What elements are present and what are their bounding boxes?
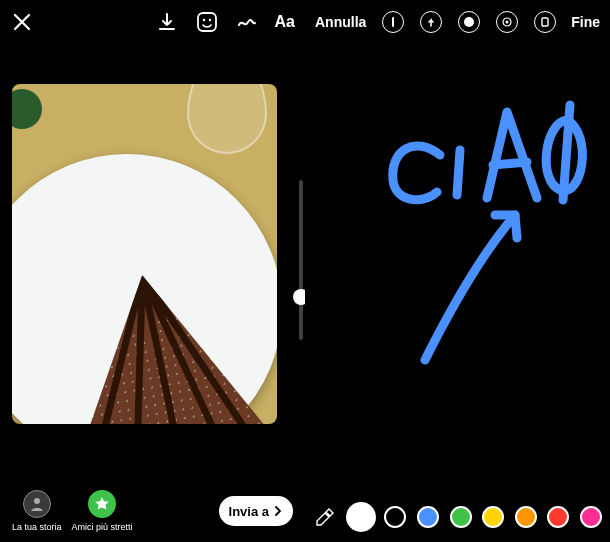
pen-tool-2-icon[interactable]: [420, 11, 442, 33]
brush-size-slider[interactable]: [299, 180, 303, 340]
color-swatch-yellow[interactable]: [482, 506, 504, 528]
download-icon[interactable]: [155, 10, 179, 34]
story-photo[interactable]: [12, 84, 277, 424]
color-swatch-pink[interactable]: [580, 506, 602, 528]
svg-point-1: [202, 19, 204, 21]
right-toolbar: Annulla Fine: [305, 0, 610, 44]
eyedropper-icon[interactable]: [313, 505, 337, 529]
draw-icon[interactable]: [235, 10, 259, 34]
close-icon[interactable]: [10, 10, 34, 34]
svg-point-2: [208, 19, 210, 21]
done-button[interactable]: Fine: [571, 14, 600, 30]
drawing-panel: Annulla Fine: [305, 0, 610, 542]
color-swatch-white[interactable]: [348, 504, 374, 530]
color-swatch-red[interactable]: [547, 506, 569, 528]
svg-point-3: [34, 498, 40, 504]
cancel-button[interactable]: Annulla: [315, 14, 366, 30]
color-swatch-blue[interactable]: [417, 506, 439, 528]
pen-tool-3-icon[interactable]: [458, 11, 480, 33]
close-friends-label: Amici più stretti: [72, 522, 133, 532]
color-palette: [313, 504, 602, 530]
left-toolbar: Aa: [0, 0, 305, 44]
avatar-icon: [23, 490, 51, 518]
color-swatch-black[interactable]: [384, 506, 406, 528]
pen-tool-4-icon[interactable]: [496, 11, 518, 33]
color-swatch-orange[interactable]: [515, 506, 537, 528]
svg-point-5: [505, 21, 508, 24]
star-icon: [88, 490, 116, 518]
color-swatch-green[interactable]: [450, 506, 472, 528]
send-to-button[interactable]: Invia a: [219, 496, 293, 526]
send-to-label: Invia a: [229, 504, 269, 519]
chevron-right-icon: [273, 506, 283, 516]
your-story-destination[interactable]: La tua storia: [12, 490, 62, 532]
your-story-label: La tua storia: [12, 522, 62, 532]
sticker-icon[interactable]: [195, 10, 219, 34]
text-tool-icon[interactable]: Aa: [275, 13, 295, 31]
story-composer-panel: Aa La tua storia: [0, 0, 305, 542]
drawing-canvas[interactable]: [305, 0, 610, 542]
left-bottom-bar: La tua storia Amici più stretti Invia a: [0, 490, 305, 532]
svg-rect-0: [198, 13, 216, 31]
svg-rect-6: [542, 18, 548, 26]
pen-tool-1-icon[interactable]: [382, 11, 404, 33]
eraser-tool-icon[interactable]: [534, 11, 556, 33]
close-friends-destination[interactable]: Amici più stretti: [72, 490, 133, 532]
